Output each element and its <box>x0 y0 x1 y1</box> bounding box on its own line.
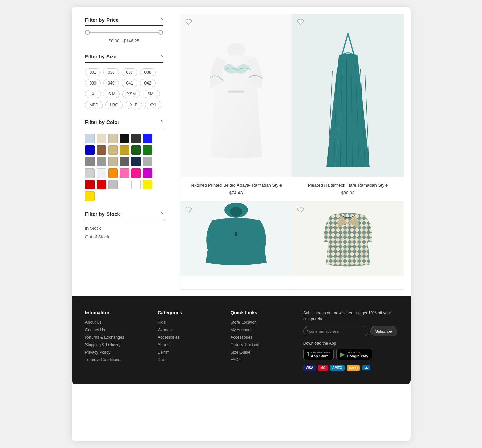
footer-info-link[interactable]: Returns & Exchanges <box>85 335 148 340</box>
wishlist-btn-1[interactable] <box>185 19 192 26</box>
footer-quick-link[interactable]: Accessories <box>230 335 293 340</box>
color-swatch-30[interactable] <box>85 191 95 201</box>
footer-cat-link[interactable]: Kids <box>158 320 220 325</box>
size-chip-042[interactable]: 042 <box>140 79 156 87</box>
color-swatch-26[interactable] <box>108 180 118 189</box>
color-swatch-22[interactable] <box>131 168 141 178</box>
heart-icon-1 <box>185 19 192 25</box>
google-play-badge[interactable]: ▶ GET IT ON Google Play <box>336 349 372 360</box>
footer-info-link[interactable]: Shipping & Delivery <box>85 342 148 347</box>
color-swatch-15[interactable] <box>120 157 129 166</box>
filter-price-title: Filter by Price <box>85 17 119 23</box>
size-chip-LRG[interactable]: LRG <box>105 101 123 109</box>
wishlist-btn-3[interactable] <box>185 206 192 214</box>
product-name-1: Textured Printed Belted Abaya- Ramadan S… <box>186 182 286 188</box>
wishlist-btn-4[interactable] <box>297 206 304 214</box>
se-flag-icon: SE <box>362 365 370 370</box>
color-swatch-3[interactable] <box>120 134 129 143</box>
filter-size-toggle[interactable]: ^ <box>161 54 163 59</box>
color-swatch-19[interactable] <box>97 168 106 178</box>
footer-cat-link[interactable]: Dress <box>158 357 220 362</box>
product-card-1: ● Textured Printed Belted Abaya- Ramadan… <box>180 14 292 201</box>
footer-categories-title: Categories <box>158 310 220 315</box>
footer-quick-link[interactable]: Size Guide <box>230 350 293 355</box>
price-thumb-left[interactable] <box>85 30 90 35</box>
newsletter-text: Subscribe to our newsletter and get 10% … <box>303 310 397 322</box>
color-swatch-7[interactable] <box>97 145 106 155</box>
footer-info-link[interactable]: Terms & Conditions <box>85 357 148 362</box>
app-store-badge[interactable]:  Available on the App Store <box>303 349 334 360</box>
size-chip-041[interactable]: 041 <box>122 79 137 87</box>
color-swatch-12[interactable] <box>85 157 95 166</box>
footer-quick-link[interactable]: Orders Tracking <box>230 342 293 347</box>
color-swatch-10[interactable] <box>131 145 141 155</box>
color-swatch-16[interactable] <box>131 157 141 166</box>
footer-info-col: Infomation About UsContact UsReturns & E… <box>85 310 148 371</box>
footer-quick-link[interactable]: FAQs <box>230 357 293 362</box>
stock-option-out-of-stock[interactable]: Out of Stock <box>85 234 163 239</box>
color-swatch-5[interactable] <box>143 134 152 143</box>
color-swatch-6[interactable] <box>85 145 95 155</box>
wishlist-btn-2[interactable] <box>297 19 304 26</box>
amex-icon: AMEX <box>330 365 345 371</box>
heart-icon-3 <box>185 206 192 213</box>
google-play-text: GET IT ON Google Play <box>347 351 368 358</box>
size-chip-LXL[interactable]: LXL <box>85 90 101 98</box>
color-swatch-4[interactable] <box>131 134 141 143</box>
size-chip-XSM[interactable]: XSM <box>122 90 140 98</box>
color-swatch-21[interactable] <box>120 168 129 178</box>
subscribe-btn[interactable]: Subscribe <box>370 326 397 336</box>
size-chip-037[interactable]: 037 <box>122 68 137 76</box>
size-chip-S.M[interactable]: S.M <box>104 90 120 98</box>
size-chip-039[interactable]: 039 <box>85 79 101 87</box>
size-chip-001[interactable]: 001 <box>85 68 101 76</box>
color-swatch-25[interactable] <box>97 180 106 189</box>
filter-price-toggle[interactable]: ^ <box>161 17 163 23</box>
filter-size-header: Filter by Size ^ <box>85 54 163 63</box>
color-swatch-8[interactable] <box>108 145 118 155</box>
color-swatch-28[interactable] <box>131 180 141 189</box>
color-swatch-20[interactable] <box>108 168 118 178</box>
footer-info-link[interactable]: Privacy Policy <box>85 350 148 355</box>
color-swatch-27[interactable] <box>120 180 129 189</box>
color-swatch-1[interactable] <box>97 134 106 143</box>
product-card-2: Pleated Halterneck Flare Ramadan Style $… <box>292 14 404 201</box>
color-swatch-13[interactable] <box>97 157 106 166</box>
newsletter-input[interactable] <box>303 326 368 336</box>
size-chip-XLR[interactable]: XLR <box>126 101 142 109</box>
color-swatch-17[interactable] <box>143 157 152 166</box>
footer-cat-link[interactable]: Denim <box>158 350 220 355</box>
footer-cat-link[interactable]: Women <box>158 328 220 332</box>
color-swatch-23[interactable] <box>143 168 152 178</box>
color-swatch-14[interactable] <box>108 157 118 166</box>
footer-info-link[interactable]: Contact Us <box>85 328 148 332</box>
footer-quick-link[interactable]: My Account <box>230 328 293 332</box>
content-area: Filter by Price ^ $0.00 - $146.25 Filter… <box>72 7 411 296</box>
app-store-text: Available on the App Store <box>311 351 330 358</box>
color-swatch-2[interactable] <box>108 134 118 143</box>
size-chip-XXL[interactable]: XXL <box>145 101 161 109</box>
color-swatch-11[interactable] <box>143 145 152 155</box>
footer-cat-link[interactable]: Shoes <box>158 342 220 347</box>
size-chip-038[interactable]: 038 <box>140 68 156 76</box>
product-price-1: $74.43 <box>186 190 286 195</box>
size-chip-036[interactable]: 036 <box>103 68 119 76</box>
footer-info-link[interactable]: About Us <box>85 320 148 325</box>
stock-option-in-stock[interactable]: In Stock <box>85 226 163 231</box>
color-swatch-0[interactable] <box>85 134 95 143</box>
price-thumb-right[interactable] <box>158 30 163 35</box>
size-chip-SML[interactable]: SML <box>143 90 160 98</box>
color-swatch-9[interactable] <box>120 145 129 155</box>
footer-quick-link[interactable]: Store Location <box>230 320 293 325</box>
size-chip-MED[interactable]: MED <box>85 101 103 109</box>
color-swatch-29[interactable] <box>143 180 152 189</box>
color-swatch-18[interactable] <box>85 168 95 178</box>
filter-stock-toggle[interactable]: ^ <box>161 211 163 217</box>
footer-cat-link[interactable]: Accessories <box>158 335 220 340</box>
size-chip-040[interactable]: 040 <box>103 79 119 87</box>
color-swatch-24[interactable] <box>85 180 95 189</box>
filter-color-toggle[interactable]: ^ <box>161 119 163 125</box>
price-range-slider[interactable] <box>85 32 163 33</box>
product-1-image: ● <box>206 31 267 160</box>
svg-line-4 <box>348 33 354 55</box>
